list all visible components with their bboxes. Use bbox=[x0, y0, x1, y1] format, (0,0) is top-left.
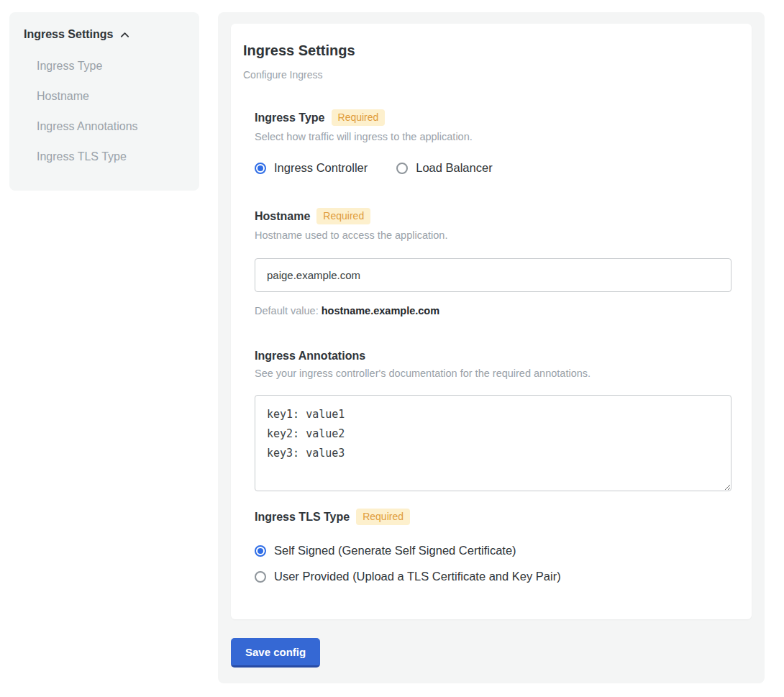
ingress-type-radio-group: Ingress Controller Load Balancer bbox=[255, 161, 730, 175]
chevron-up-icon bbox=[119, 29, 130, 40]
sidebar-item-list: Ingress Type Hostname Ingress Annotation… bbox=[24, 51, 185, 172]
section-ingress-type: Ingress Type Required Select how traffic… bbox=[255, 109, 730, 175]
hostname-default-line: Default value: hostname.example.com bbox=[255, 305, 730, 316]
default-value-text: hostname.example.com bbox=[322, 305, 439, 316]
section-ingress-tls-type: Ingress TLS Type Required Self Signed (G… bbox=[255, 509, 730, 583]
config-nav-sidebar: Ingress Settings Ingress Type Hostname I… bbox=[9, 12, 199, 191]
annotations-help: See your ingress controller's documentat… bbox=[255, 368, 730, 379]
card-subtitle: Configure Ingress bbox=[243, 69, 730, 81]
radio-label: Ingress Controller bbox=[274, 161, 368, 175]
section-hostname: Hostname Required Hostname used to acces… bbox=[255, 208, 730, 316]
radio-label: User Provided (Upload a TLS Certificate … bbox=[274, 570, 561, 583]
ingress-type-help: Select how traffic will ingress to the a… bbox=[255, 131, 730, 142]
required-badge: Required bbox=[316, 208, 370, 224]
sidebar-group-ingress-settings[interactable]: Ingress Settings bbox=[24, 28, 185, 41]
radio-option-user-provided[interactable]: User Provided (Upload a TLS Certificate … bbox=[255, 570, 730, 583]
radio-icon bbox=[255, 545, 266, 557]
sidebar-item-ingress-annotations[interactable]: Ingress Annotations bbox=[24, 111, 185, 142]
default-value-label: Default value: bbox=[255, 305, 319, 316]
tls-type-label: Ingress TLS Type bbox=[255, 511, 350, 524]
radio-icon bbox=[255, 571, 266, 583]
sidebar-item-ingress-type[interactable]: Ingress Type bbox=[24, 51, 185, 81]
hostname-help: Hostname used to access the application. bbox=[255, 229, 730, 241]
sidebar-item-ingress-tls-type[interactable]: Ingress TLS Type bbox=[24, 142, 185, 172]
hostname-label: Hostname bbox=[255, 210, 310, 223]
radio-option-load-balancer[interactable]: Load Balancer bbox=[396, 161, 492, 175]
hostname-input[interactable] bbox=[255, 258, 731, 292]
tls-type-radio-group: Self Signed (Generate Self Signed Certif… bbox=[255, 544, 730, 583]
annotations-label: Ingress Annotations bbox=[255, 350, 365, 363]
config-panel: Ingress Settings Configure Ingress Ingre… bbox=[218, 12, 765, 683]
required-badge: Required bbox=[356, 509, 410, 525]
radio-option-ingress-controller[interactable]: Ingress Controller bbox=[255, 161, 368, 175]
section-ingress-annotations: Ingress Annotations See your ingress con… bbox=[255, 350, 730, 491]
sidebar-group-label: Ingress Settings bbox=[24, 28, 113, 41]
sidebar-item-hostname[interactable]: Hostname bbox=[24, 81, 185, 111]
page: Ingress Settings Ingress Type Hostname I… bbox=[0, 0, 784, 696]
radio-icon bbox=[255, 163, 266, 174]
radio-label: Load Balancer bbox=[416, 161, 492, 175]
radio-icon bbox=[396, 163, 408, 174]
ingress-settings-card: Ingress Settings Configure Ingress Ingre… bbox=[231, 24, 752, 619]
annotations-textarea[interactable]: key1: value1 key2: value2 key3: value3 bbox=[255, 395, 731, 491]
card-title: Ingress Settings bbox=[243, 42, 730, 59]
radio-label: Self Signed (Generate Self Signed Certif… bbox=[274, 544, 516, 557]
save-config-button[interactable]: Save config bbox=[231, 638, 320, 668]
required-badge: Required bbox=[332, 109, 386, 126]
radio-option-self-signed[interactable]: Self Signed (Generate Self Signed Certif… bbox=[255, 544, 730, 557]
ingress-type-label: Ingress Type bbox=[255, 111, 325, 124]
